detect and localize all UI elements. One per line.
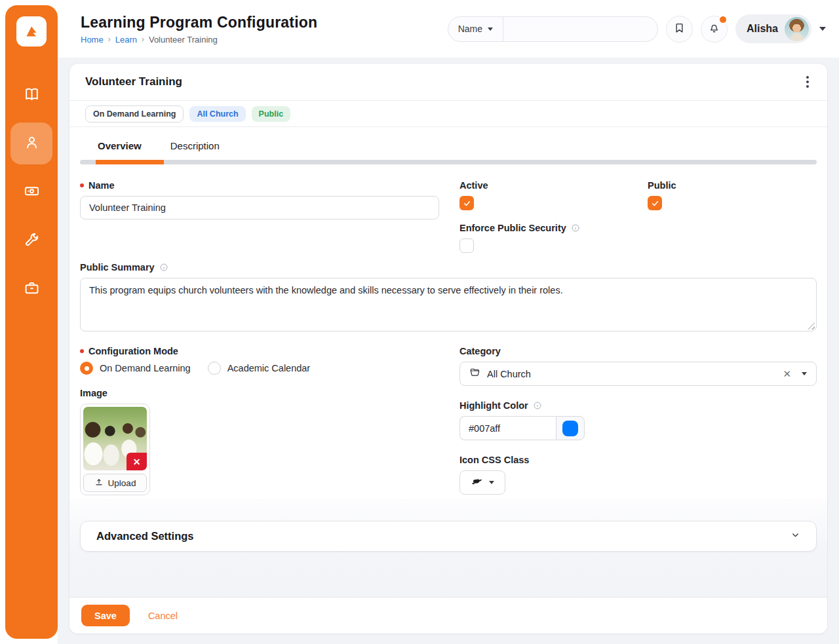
upload-label: Upload xyxy=(108,478,136,488)
active-label: Active xyxy=(459,180,648,191)
image-uploader: ✕ Upload xyxy=(80,404,150,495)
public-checkbox[interactable] xyxy=(648,196,662,210)
image-field-group: Image ✕ xyxy=(80,388,439,495)
configuration-mode-group: Configuration Mode On Demand Learning Ac… xyxy=(80,346,439,375)
public-summary-text: Public Summary xyxy=(80,262,155,273)
search-filter-dropdown[interactable]: Name xyxy=(448,17,503,41)
search-input[interactable] xyxy=(503,17,657,41)
panel-options-kebab-icon[interactable] xyxy=(802,72,813,92)
info-icon[interactable] xyxy=(533,401,542,410)
enforce-public-security-checkbox[interactable] xyxy=(459,238,474,253)
bookmark-button[interactable] xyxy=(666,16,693,43)
remove-image-button[interactable]: ✕ xyxy=(127,453,147,470)
tab-indicator-track xyxy=(80,160,817,164)
breadcrumb-separator: › xyxy=(142,35,144,44)
radio-unselected-icon xyxy=(208,362,221,375)
chevron-down-icon xyxy=(802,372,807,375)
chevron-down-icon xyxy=(488,28,493,31)
highlight-color-input[interactable] xyxy=(459,416,556,440)
person-icon xyxy=(24,134,40,153)
folder-open-icon xyxy=(469,367,480,381)
app-logo[interactable] xyxy=(16,16,47,47)
user-name: Alisha xyxy=(747,23,778,35)
breadcrumb-learn[interactable]: Learn xyxy=(115,35,137,45)
radio-academic-calendar[interactable]: Academic Calendar xyxy=(208,362,311,375)
hands-helping-icon xyxy=(471,476,483,489)
category-label: Category xyxy=(459,346,817,356)
sidebar-item-work[interactable] xyxy=(17,275,46,303)
badge-on-demand-learning: On Demand Learning xyxy=(85,105,184,123)
app-root: Learning Program Configuration Home › Le… xyxy=(0,0,839,644)
page-heading: Learning Program Configuration Home › Le… xyxy=(81,14,317,45)
category-value: All Church xyxy=(487,369,772,379)
page-title: Learning Program Configuration xyxy=(81,14,317,31)
advanced-settings-toggle[interactable]: Advanced Settings xyxy=(80,521,817,552)
info-icon[interactable] xyxy=(159,263,168,272)
badge-all-church: All Church xyxy=(189,106,245,122)
sidebar xyxy=(5,5,58,639)
panel-title: Volunteer Training xyxy=(85,75,182,88)
public-field-group: Public xyxy=(648,180,676,210)
tab-indicator-active xyxy=(96,160,164,164)
main-area: Learning Program Configuration Home › Le… xyxy=(58,0,839,644)
icon-css-class-group: Icon CSS Class xyxy=(459,455,817,495)
category-field-group: Category All Church ✕ xyxy=(459,346,817,386)
tab-overview[interactable]: Overview xyxy=(98,140,142,151)
radio-selected-icon xyxy=(80,362,93,375)
clear-category-icon[interactable]: ✕ xyxy=(779,368,795,380)
sidebar-nav xyxy=(5,81,58,303)
icon-picker-dropdown[interactable] xyxy=(459,470,505,495)
check-icon xyxy=(463,199,471,208)
advanced-settings-label: Advanced Settings xyxy=(96,530,194,542)
public-summary-group: Public Summary This program equips churc… xyxy=(80,262,817,331)
content-area: Volunteer Training On Demand Learning Al… xyxy=(58,58,839,644)
icon-css-class-label: Icon CSS Class xyxy=(459,455,817,465)
user-menu[interactable]: Alisha xyxy=(735,14,811,43)
global-search: Name xyxy=(448,16,658,42)
sidebar-item-library[interactable] xyxy=(17,81,46,109)
breadcrumb-home[interactable]: Home xyxy=(81,35,104,45)
cancel-button[interactable]: Cancel xyxy=(148,611,178,621)
book-icon xyxy=(24,86,40,105)
notifications-button[interactable] xyxy=(701,16,728,43)
breadcrumb-separator: › xyxy=(108,35,111,44)
highlight-color-group: Highlight Color xyxy=(459,400,817,440)
image-label: Image xyxy=(80,388,439,398)
check-icon xyxy=(651,199,659,208)
color-picker-button[interactable] xyxy=(556,416,585,440)
money-icon xyxy=(24,183,40,202)
configuration-mode-label: Configuration Mode xyxy=(80,346,439,356)
sidebar-item-people[interactable] xyxy=(10,123,52,164)
user-menu-chevron-down-icon[interactable] xyxy=(819,27,826,31)
public-summary-textarea[interactable]: This program equips church volunteers wi… xyxy=(80,278,817,331)
highlight-color-label: Highlight Color xyxy=(459,400,817,411)
rock-logo-icon xyxy=(22,22,41,41)
active-checkbox[interactable] xyxy=(459,196,474,210)
sidebar-item-finance[interactable] xyxy=(17,178,46,206)
program-image-thumbnail: ✕ xyxy=(83,407,147,470)
enforce-public-security-label: Enforce Public Security xyxy=(459,223,817,233)
name-field-group: Name xyxy=(80,180,439,253)
breadcrumb-current: Volunteer Training xyxy=(149,35,218,45)
top-bar-actions: Name xyxy=(448,14,826,43)
public-summary-label: Public Summary xyxy=(80,262,817,273)
close-icon: ✕ xyxy=(133,457,141,467)
badge-public: Public xyxy=(252,106,291,122)
radio-on-demand-learning[interactable]: On Demand Learning xyxy=(80,362,191,375)
info-icon[interactable] xyxy=(571,223,580,233)
tab-description[interactable]: Description xyxy=(170,140,220,151)
badge-row: On Demand Learning All Church Public xyxy=(69,101,827,127)
panel-header: Volunteer Training xyxy=(69,64,827,101)
upload-button[interactable]: Upload xyxy=(83,474,147,492)
category-select[interactable]: All Church ✕ xyxy=(459,362,817,386)
public-label: Public xyxy=(648,180,676,191)
name-label: Name xyxy=(80,180,439,191)
wrench-icon xyxy=(24,231,40,250)
notification-dot xyxy=(720,16,726,23)
search-filter-label: Name xyxy=(458,24,482,34)
name-input[interactable] xyxy=(80,196,439,219)
sidebar-item-tools[interactable] xyxy=(17,226,46,255)
save-button[interactable]: Save xyxy=(81,605,130,626)
chevron-down-icon xyxy=(489,481,494,484)
toggles-group: Active Public xyxy=(459,180,817,253)
